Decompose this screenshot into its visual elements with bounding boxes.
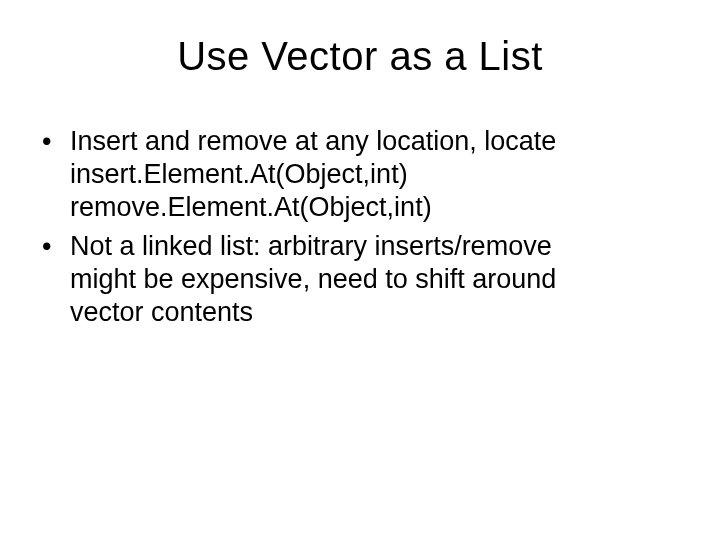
bullet-line: Insert and remove at any location, locat… (70, 125, 684, 158)
bullet-line: vector contents (70, 296, 684, 329)
list-item: Not a linked list: arbitrary inserts/rem… (42, 230, 684, 329)
bullet-line: remove.Element.At(Object,int) (70, 191, 684, 224)
bullet-list: Insert and remove at any location, locat… (36, 125, 684, 329)
slide: Use Vector as a List Insert and remove a… (0, 0, 720, 540)
bullet-line: might be expensive, need to shift around (70, 263, 684, 296)
bullet-line: Not a linked list: arbitrary inserts/rem… (70, 230, 684, 263)
bullet-line: insert.Element.At(Object,int) (70, 158, 684, 191)
list-item: Insert and remove at any location, locat… (42, 125, 684, 224)
slide-title: Use Vector as a List (36, 34, 684, 79)
